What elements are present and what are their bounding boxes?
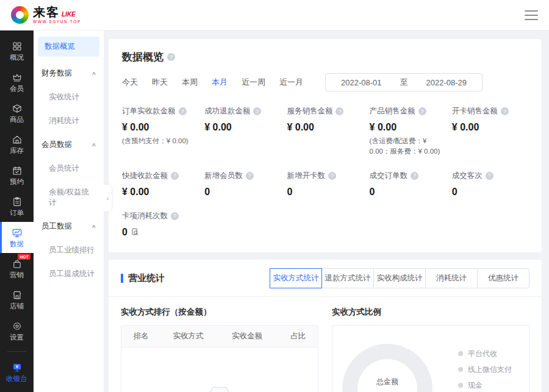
page-title: 数据概览 xyxy=(122,50,163,64)
submenu-item[interactable]: 消耗统计 xyxy=(34,109,104,133)
help-icon[interactable] xyxy=(171,212,179,220)
help-icon[interactable] xyxy=(486,172,493,180)
hamburger-menu-icon[interactable] xyxy=(525,10,538,20)
sidebar-item-house[interactable]: 库存 xyxy=(0,129,34,160)
submenu-item[interactable]: 余额/权益统计 xyxy=(34,180,104,215)
stat-value: 0 xyxy=(204,187,210,198)
quick-filter[interactable]: 今天 xyxy=(122,77,138,88)
hot-badge: HOT xyxy=(18,254,30,260)
sidebar-icon xyxy=(12,227,23,238)
help-icon[interactable] xyxy=(171,172,179,180)
sidebar-item-cashier[interactable]: ¥ 收银台 xyxy=(0,357,34,388)
submenu-item[interactable]: 员工数据 xyxy=(34,215,104,238)
help-icon[interactable] xyxy=(246,172,254,180)
sidebar-item-label: 会员 xyxy=(10,85,24,93)
sidebar-icon xyxy=(12,290,23,301)
stat-value: ¥ 0.00 xyxy=(122,187,149,198)
stat-cell: 新增开卡数 0 xyxy=(287,171,363,198)
stat-tab[interactable]: 实收方式统计 xyxy=(270,268,322,288)
stat-cell: 成交客次 0 xyxy=(452,171,528,198)
quick-filter[interactable]: 昨天 xyxy=(152,77,168,88)
sidebar-icon xyxy=(12,103,23,114)
stat-tab[interactable]: 消耗统计 xyxy=(425,268,478,288)
submenu-item-label: 会员统计 xyxy=(49,164,79,173)
submenu-item[interactable]: 数据概览 xyxy=(38,37,99,57)
legend-dot-icon xyxy=(458,367,463,372)
help-icon[interactable] xyxy=(328,172,336,180)
stat-label: 快捷收款金额 xyxy=(122,171,168,181)
sidebar-item-box[interactable]: 商品 xyxy=(0,98,34,129)
quick-filter[interactable]: 本月 xyxy=(212,77,228,88)
table-column-header: 实收方式 xyxy=(160,331,215,341)
stat-cell: 产品销售金额 ¥ 0.00 (含运费/配送费：¥ 0.00；服务费：¥ 0.00… xyxy=(370,106,446,157)
date-start-input[interactable]: 2022-08-01 xyxy=(341,78,382,87)
help-icon[interactable] xyxy=(336,107,343,115)
date-filter-row: 今天 昨天 本周 本月 近一周 近一月 2022-08-01 至 20 xyxy=(122,73,528,91)
submenu-item-label: 实收统计 xyxy=(49,93,79,101)
sidebar-icon xyxy=(12,165,23,176)
chart-legend: 平台代收 线上微信支付 现金 xyxy=(458,344,520,392)
legend-label: 线上微信支付 xyxy=(468,365,512,375)
quick-filter[interactable]: 本周 xyxy=(182,77,198,88)
sidebar-item-clipboard[interactable]: 订单 xyxy=(0,191,34,222)
stat-value: 0 xyxy=(452,187,458,198)
date-range-picker[interactable]: 2022-08-01 至 2022-08-29 xyxy=(325,73,483,91)
help-icon[interactable] xyxy=(179,107,187,115)
quick-filter[interactable]: 近一月 xyxy=(279,77,303,88)
help-icon[interactable] xyxy=(411,172,418,180)
legend-dot-icon xyxy=(458,383,463,388)
legend-item[interactable]: 现金 xyxy=(458,380,520,391)
help-icon[interactable] xyxy=(418,107,426,115)
legend-item[interactable]: 线上微信支付 xyxy=(458,365,520,375)
empty-inbox-icon xyxy=(202,383,237,392)
submenu-item[interactable]: 员工业绩排行 xyxy=(34,238,104,262)
sidebar-item-label: 设置 xyxy=(10,334,24,341)
sidebar-item-store[interactable]: 店铺 xyxy=(0,284,34,315)
sidebar-icon xyxy=(12,258,23,269)
submenu-item[interactable]: 财务数据 xyxy=(34,62,104,85)
sidebar-item-label: 数据 xyxy=(10,241,24,248)
legend-item[interactable]: 平台代收 xyxy=(458,349,520,359)
stat-cell: 卡项消耗次数 0 xyxy=(122,211,198,238)
brand-badge: LIKE xyxy=(62,11,76,18)
sidebar-item-gear[interactable]: 设置 xyxy=(0,315,34,346)
stat-tab[interactable]: 实收构成统计 xyxy=(373,268,426,288)
submenu-item[interactable]: 员工提成统计 xyxy=(34,262,104,286)
sidebar-item-crown[interactable]: 会员 xyxy=(0,66,34,98)
top-header: 来客 LIKE WWW.SGYUN.TOP xyxy=(0,0,549,30)
help-icon[interactable] xyxy=(167,53,175,61)
sidebar-collapse-handle[interactable] xyxy=(104,185,112,212)
report-detail-icon[interactable] xyxy=(131,228,139,236)
quick-filter[interactable]: 近一周 xyxy=(242,77,265,88)
stat-label: 新增会员数 xyxy=(204,171,243,181)
submenu-item-label: 员工提成统计 xyxy=(49,269,95,278)
secondary-sidebar: 数据概览 财务数据 实收统计 消耗统计 会员数据 会员统计 余额/权益统计 xyxy=(34,30,104,392)
sidebar-item-monitor[interactable]: 数据 xyxy=(0,222,34,253)
help-icon[interactable] xyxy=(501,107,509,115)
brand-domain: WWW.SGYUN.TOP xyxy=(33,20,81,24)
app-window: 来客 LIKE WWW.SGYUN.TOP 概况 会员 xyxy=(0,0,549,392)
stat-tab[interactable]: 退款方式统计 xyxy=(321,268,374,288)
stat-cell: 快捷收款金额 ¥ 0.00 xyxy=(122,171,198,198)
submenu-item-label: 会员数据 xyxy=(41,140,72,150)
stat-label: 成交客次 xyxy=(452,171,483,181)
sidebar-item-bag[interactable]: HOT 营销 xyxy=(0,253,34,284)
submenu-item[interactable]: 会员统计 xyxy=(34,157,104,180)
stats-grid: 订单实收款金额 ¥ 0.00 (含预约支付：¥ 0.00) 成功退款金额 xyxy=(122,106,528,238)
date-end-input[interactable]: 2022-08-29 xyxy=(426,78,467,87)
submenu-item-label: 消耗统计 xyxy=(49,116,79,125)
help-icon[interactable] xyxy=(253,107,261,115)
legend-label: 现金 xyxy=(468,380,483,391)
submenu-item[interactable]: 实收统计 xyxy=(34,85,104,109)
stat-tab[interactable]: 优惠统计 xyxy=(477,268,529,288)
brand-logo-icon xyxy=(11,6,29,24)
stat-value: 0 xyxy=(370,187,375,198)
sidebar-item-grid[interactable]: 概况 xyxy=(0,35,34,66)
submenu-item-label: 余额/权益统计 xyxy=(49,188,89,207)
sidebar-item-label: 店铺 xyxy=(10,303,24,310)
sidebar-item-calendar[interactable]: 预约 xyxy=(0,160,34,191)
stat-label: 产品销售金额 xyxy=(370,106,415,116)
stat-value: ¥ 0.00 xyxy=(204,122,231,133)
submenu-item-label: 财务数据 xyxy=(41,68,72,79)
submenu-item[interactable]: 会员数据 xyxy=(34,133,104,157)
